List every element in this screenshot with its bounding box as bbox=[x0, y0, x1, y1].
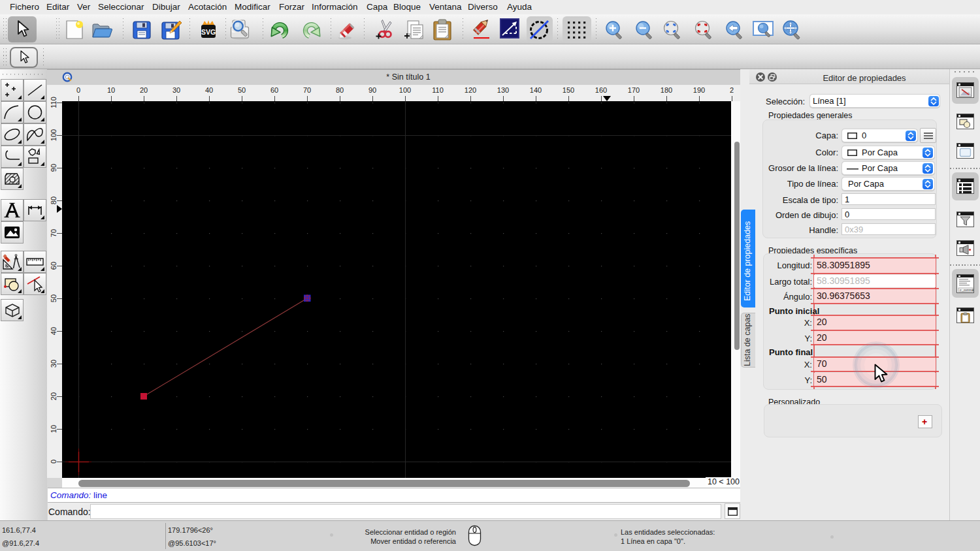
svg-text:c:_command: c:_command bbox=[960, 289, 973, 292]
svg-text:SVG: SVG bbox=[201, 28, 216, 36]
